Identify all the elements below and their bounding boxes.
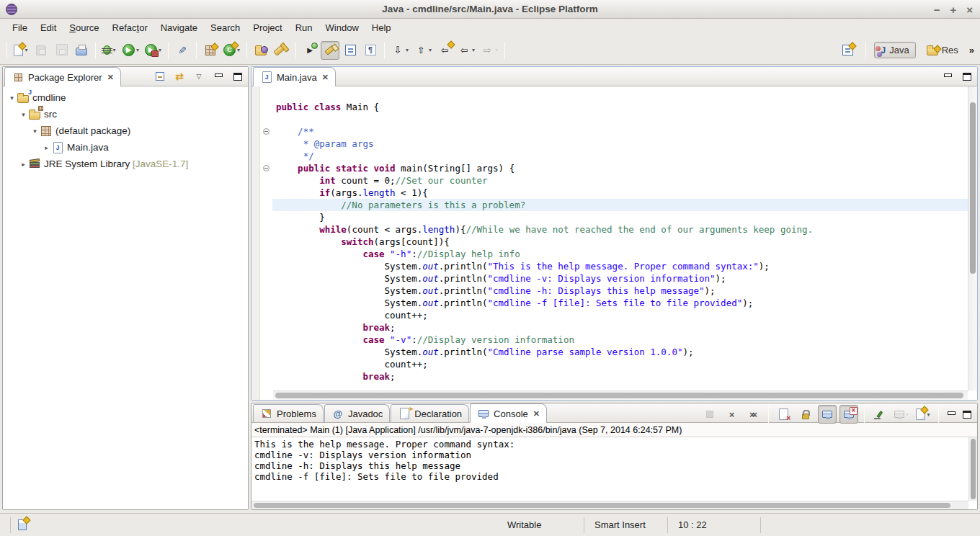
fast-view-icon[interactable]	[18, 519, 27, 530]
code-line: System.out.println("Cmdline parse sample…	[272, 346, 977, 358]
last-edit-location-button[interactable]: ⇦	[435, 41, 454, 60]
fold-gutter[interactable]	[260, 86, 272, 400]
debug-button-dropdown[interactable]: ▾	[112, 47, 115, 53]
tab-declaration[interactable]: ▸Declaration	[391, 404, 469, 422]
menu-file[interactable]: File	[6, 21, 34, 35]
console-output[interactable]: This is the help message. Proper command…	[251, 437, 977, 483]
code-area[interactable]: public class Main { /** * @param args */…	[272, 86, 977, 400]
minimize-editor-button[interactable]	[940, 69, 955, 84]
next-annotation-button[interactable]: ⇩▾	[389, 41, 411, 60]
tab-main-java[interactable]: J Main.java ✕	[253, 67, 336, 86]
menu-navigate[interactable]: Navigate	[154, 21, 204, 35]
maximize-console-button[interactable]	[960, 407, 974, 421]
new-java-class-button[interactable]: C▾	[221, 41, 242, 60]
new-button-dropdown[interactable]: ▾	[24, 47, 27, 53]
open-type-button[interactable]	[251, 41, 270, 60]
open-console-button[interactable]: ▾	[914, 405, 932, 424]
minimize-view-button[interactable]	[211, 69, 226, 84]
perspective-resource-button[interactable]: Res	[920, 42, 965, 58]
clear-console-button[interactable]	[775, 405, 793, 424]
package-explorer-view: Package Explorer ✕ ⇄▽ ▾Jcmdline▾src▾(def…	[2, 66, 249, 510]
remove-all-icon: ××	[747, 408, 760, 421]
tree-item-jre-system-library[interactable]: ▸JRE System Library [JavaSE-1.7]	[3, 156, 248, 172]
pin-console-button[interactable]	[870, 405, 889, 424]
open-perspective-button[interactable]	[838, 41, 857, 60]
menu-help[interactable]: Help	[365, 21, 398, 35]
external-tools-button[interactable]: ▶▾	[143, 41, 164, 60]
close-icon[interactable]: ✕	[322, 73, 329, 82]
back-button[interactable]: ⇦▾	[455, 41, 477, 60]
new-java-project-button[interactable]	[201, 41, 220, 60]
tab-package-explorer[interactable]: Package Explorer ✕	[4, 67, 121, 86]
fold-marker-icon[interactable]	[263, 165, 270, 171]
tree-item-cmdline[interactable]: ▾Jcmdline	[3, 89, 248, 106]
fold-marker-icon[interactable]	[263, 128, 270, 135]
maximize-window-button[interactable]: +	[950, 4, 956, 16]
mark-occurrences-button[interactable]	[321, 41, 339, 60]
close-window-button[interactable]: ×	[966, 4, 973, 16]
tab-problems[interactable]: Problems	[253, 404, 324, 422]
open-console-button-dropdown[interactable]: ▾	[927, 411, 930, 418]
new-button[interactable]: ▾	[12, 41, 30, 60]
tree-item-main-java[interactable]: ▸JMain.java	[3, 139, 248, 156]
next-annotation-button-dropdown[interactable]: ▾	[406, 47, 409, 53]
new-java-class-button-dropdown[interactable]: ▾	[237, 47, 240, 53]
previous-annotation-button[interactable]: ⇧▾	[412, 41, 434, 60]
minimize-console-button[interactable]	[944, 407, 958, 421]
menu-refactor[interactable]: Refactor	[106, 21, 154, 35]
previous-annotation-button-dropdown[interactable]: ▾	[429, 47, 432, 53]
tab-console[interactable]: Console✕	[470, 403, 547, 423]
print-button[interactable]	[72, 41, 91, 60]
maximize-view-button[interactable]	[231, 69, 245, 84]
collapse-all-button[interactable]	[153, 69, 167, 84]
menu-window[interactable]: Window	[319, 21, 365, 35]
editor-vertical-scrollbar[interactable]	[968, 86, 977, 390]
editor-horizontal-scrollbar[interactable]	[273, 390, 968, 400]
remove-all-launches-button[interactable]: ××	[744, 405, 762, 424]
menu-project[interactable]: Project	[246, 21, 288, 35]
show-stdout-button[interactable]	[818, 405, 837, 424]
tree-item--default-package-[interactable]: ▾(default package)	[3, 122, 248, 139]
tree-expand-arrow[interactable]: ▸	[42, 144, 51, 151]
console-horizontal-scrollbar[interactable]	[251, 501, 968, 509]
menu-run[interactable]: Run	[289, 21, 319, 35]
annotation-pen-button[interactable]: ✎	[173, 41, 192, 60]
console-icon	[477, 408, 490, 420]
tab-javadoc[interactable]: @Javadoc	[324, 404, 390, 422]
perspective-java-button[interactable]: JJava	[874, 42, 915, 58]
show-stderr-button[interactable]	[839, 405, 858, 424]
console-vertical-scrollbar[interactable]	[968, 437, 977, 501]
tree-expand-arrow[interactable]: ▸	[19, 161, 28, 168]
highlighter-icon	[324, 45, 335, 55]
maximize-editor-button[interactable]	[960, 69, 974, 84]
back-button-dropdown[interactable]: ▾	[472, 47, 475, 53]
collapse-all-icon	[156, 72, 164, 81]
link-editor-button[interactable]: ⇄	[172, 69, 187, 84]
menu-edit[interactable]: Edit	[34, 21, 63, 35]
tree-collapse-arrow[interactable]: ▾	[19, 111, 28, 118]
menu-source[interactable]: Source	[63, 21, 105, 35]
scroll-lock-button[interactable]	[796, 405, 815, 424]
code-line: System.out.println("cmdline -v: Displays…	[272, 272, 977, 285]
remove-launch-button[interactable]: ×	[722, 405, 741, 424]
tree-collapse-arrow[interactable]: ▾	[30, 128, 40, 135]
tree-item-label: (default package)	[55, 125, 130, 136]
external-tools-button-dropdown[interactable]: ▾	[159, 47, 161, 53]
show-whitespace-button[interactable]: ¶	[361, 41, 380, 60]
tree-item-src[interactable]: ▾src	[3, 106, 248, 122]
close-icon[interactable]: ✕	[107, 73, 114, 82]
close-icon[interactable]: ✕	[533, 409, 540, 419]
run-button-dropdown[interactable]: ▾	[136, 47, 139, 53]
search-button[interactable]: ▾	[272, 41, 291, 60]
view-menu-button[interactable]: ▽	[192, 69, 206, 84]
perspective-overflow-chevron[interactable]: »	[969, 45, 976, 55]
run-button[interactable]: ▶▾	[120, 41, 141, 60]
console-tab-label: Javadoc	[348, 408, 383, 419]
toggle-breadcrumb-button[interactable]: ▶	[300, 41, 319, 60]
minimize-window-button[interactable]: −	[934, 4, 940, 16]
menu-search[interactable]: Search	[204, 21, 246, 35]
show-source-button[interactable]	[341, 41, 360, 60]
debug-button[interactable]: ▾	[100, 41, 119, 60]
tree-collapse-arrow[interactable]: ▾	[7, 94, 17, 102]
code-line: break;	[272, 370, 977, 383]
